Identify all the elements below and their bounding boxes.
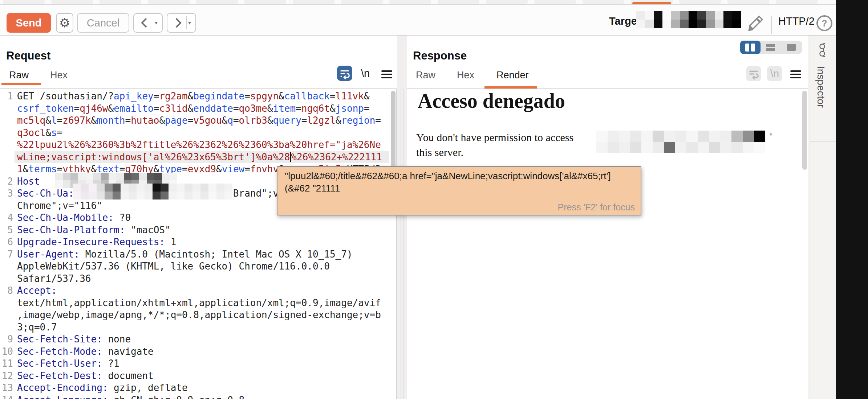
chevron-left-icon	[138, 16, 151, 30]
wrap-lines-icon	[747, 67, 760, 80]
tooltip-focus-hint: Press 'F2' for focus	[558, 202, 635, 213]
request-active-tab-underline	[1, 83, 41, 85]
app-tab[interactable]	[486, 0, 528, 4]
request-editor-line[interactable]: q3ocl&s=	[0, 127, 389, 139]
button-divider	[153, 16, 153, 29]
response-menu-icon[interactable]	[790, 70, 801, 78]
inspector-glasses-icon	[819, 43, 828, 58]
single-layout-icon[interactable]	[781, 41, 802, 54]
request-editor-line[interactable]: 6Upgrade-Insecure-Requests: 1	[0, 236, 389, 248]
target-label: Target	[609, 15, 640, 27]
show-newlines-toggle[interactable]: \n	[361, 67, 370, 79]
request-editor-line[interactable]: 5Sec-Ch-Ua-Platform: "macOS"	[0, 224, 389, 236]
request-editor-line[interactable]: mc5lq&l=z697k&month=hutao&page=v5gou&q=o…	[0, 114, 389, 127]
line-number: 12	[0, 370, 13, 382]
cancel-button[interactable]: Cancel	[77, 13, 129, 33]
chevron-right-icon	[172, 16, 184, 30]
edit-target-pencil-icon[interactable]	[745, 15, 763, 34]
back-button[interactable]: ▾	[133, 13, 163, 33]
request-editor-line[interactable]: 10Sec-Fetch-Mode: navigate	[0, 345, 389, 358]
app-tab[interactable]	[100, 0, 141, 4]
request-tab-raw[interactable]: Raw	[9, 70, 29, 81]
wrap-lines-icon	[338, 67, 351, 79]
request-ua-redaction	[73, 184, 232, 200]
response-scrollbar[interactable]	[802, 91, 807, 170]
request-editor-line[interactable]: 9Sec-Fetch-Site: none	[0, 333, 389, 345]
columns-layout-icon[interactable]	[740, 41, 761, 54]
request-menu-icon[interactable]	[381, 70, 392, 78]
app-tab[interactable]	[776, 0, 818, 4]
line-number: 11	[0, 357, 13, 370]
back-history-dropdown-icon[interactable]: ▾	[155, 20, 158, 26]
forward-history-dropdown-icon[interactable]: ▾	[188, 20, 191, 26]
line-number: 10	[0, 345, 13, 358]
line-number: 6	[0, 236, 13, 248]
request-editor[interactable]: 1GET /southasian/?api_key=rg2am&begindat…	[0, 90, 389, 399]
request-editor-line[interactable]: 3;q=0.7	[0, 321, 389, 333]
app-tab[interactable]	[679, 0, 721, 4]
response-show-newlines-toggle[interactable]: \n	[767, 66, 782, 81]
layout-toggle-group	[740, 41, 802, 54]
app-tab[interactable]	[51, 0, 93, 4]
line-number: 3	[0, 187, 13, 200]
app-tab[interactable]	[341, 0, 383, 4]
inspector-tab-label[interactable]: Inspector	[815, 66, 827, 108]
app-tab[interactable]	[293, 0, 334, 4]
app-tab[interactable]	[196, 0, 238, 4]
word-wrap-toggle-icon[interactable]	[337, 66, 352, 81]
app-tab[interactable]	[438, 0, 479, 4]
request-editor-line[interactable]: %22lpuu2l%26%2360%3b%2ftitle%26%2362%26%…	[0, 139, 389, 151]
request-editor-line[interactable]: ,image/webp,image/apng,*/*;q=0.8,applica…	[0, 309, 389, 321]
response-tab-hex[interactable]: Hex	[457, 70, 474, 81]
request-editor-line[interactable]: text/html,application/xhtml+xml,applicat…	[0, 297, 389, 309]
app-tab[interactable]	[583, 0, 624, 4]
app-tab[interactable]	[3, 0, 45, 4]
gear-icon[interactable]: ⚙	[56, 13, 73, 33]
request-editor-line[interactable]: 1GET /southasian/?api_key=rg2am&begindat…	[0, 90, 389, 102]
render-body-line: this server.	[416, 146, 463, 159]
request-editor-line[interactable]: 7User-Agent: Mozilla/5.0 (Macintosh; Int…	[0, 248, 389, 260]
app-tab[interactable]	[534, 0, 576, 4]
app-tab[interactable]	[244, 0, 286, 4]
request-editor-line[interactable]: AppleWebKit/537.36 (KHTML, like Gecko) C…	[0, 260, 389, 272]
tooltip-decoded-text: (&#62 "21111	[285, 183, 340, 194]
desktop-background	[836, 0, 868, 399]
line-number: 14	[0, 394, 13, 399]
tooltip-divider	[281, 200, 637, 200]
response-tab-render[interactable]: Render	[496, 70, 529, 81]
request-editor-line[interactable]: 12Sec-Fetch-Dest: document	[0, 370, 389, 382]
rows-layout-icon[interactable]	[761, 41, 782, 54]
inspector-section-divider	[810, 141, 836, 141]
forward-button[interactable]: ▾	[167, 13, 196, 33]
request-editor-line[interactable]: 11Sec-Fetch-User: ?1	[0, 357, 389, 370]
request-editor-line[interactable]: 14Accept-Language: zh-CN,zh;q=0.9,en;q=0…	[0, 394, 389, 399]
protocol-label: HTTP/2	[778, 15, 815, 27]
panel-splitter[interactable]	[401, 89, 401, 399]
send-button[interactable]: Send	[7, 13, 51, 33]
app-tab-bar	[0, 0, 836, 4]
request-editor-line[interactable]: 13Accept-Encoding: gzip, deflate	[0, 382, 389, 394]
line-number: 13	[0, 382, 13, 394]
request-editor-border	[0, 89, 397, 89]
render-trailing-mark: '	[770, 131, 772, 143]
response-tab-raw[interactable]: Raw	[416, 70, 435, 81]
app-tab[interactable]	[389, 0, 431, 4]
app-tab[interactable]	[148, 0, 190, 4]
request-editor-line[interactable]: csrf_token=qj46w&emailto=c3lid&enddate=q…	[0, 102, 389, 115]
panel-splitter[interactable]	[403, 89, 404, 399]
response-title: Response	[413, 49, 467, 62]
response-word-wrap-toggle-icon[interactable]	[746, 66, 761, 81]
request-editor-line[interactable]: Safari/537.36	[0, 272, 389, 285]
request-editor-line[interactable]: 8Accept:	[0, 284, 389, 297]
request-editor-line[interactable]: wLine;vascript:windows['al%26%23x65%3brt…	[0, 151, 389, 163]
burp-repeater-window: Send ⚙ Cancel ▾ ▾ Target HTTP/2 ?	[0, 0, 868, 399]
request-panel-border	[396, 89, 397, 399]
help-icon[interactable]: ?	[816, 15, 832, 31]
render-page-heading: Acceso denegado	[418, 89, 565, 112]
toolbar-divider	[771, 16, 772, 34]
line-number: 2	[0, 175, 13, 188]
tooltip-decoded-text: "lpuu2l&#60;/title&#62&#60;a href="ja&Ne…	[285, 170, 611, 182]
line-number: 1	[0, 90, 13, 102]
request-tab-hex[interactable]: Hex	[50, 70, 68, 81]
app-tab[interactable]	[727, 0, 769, 4]
